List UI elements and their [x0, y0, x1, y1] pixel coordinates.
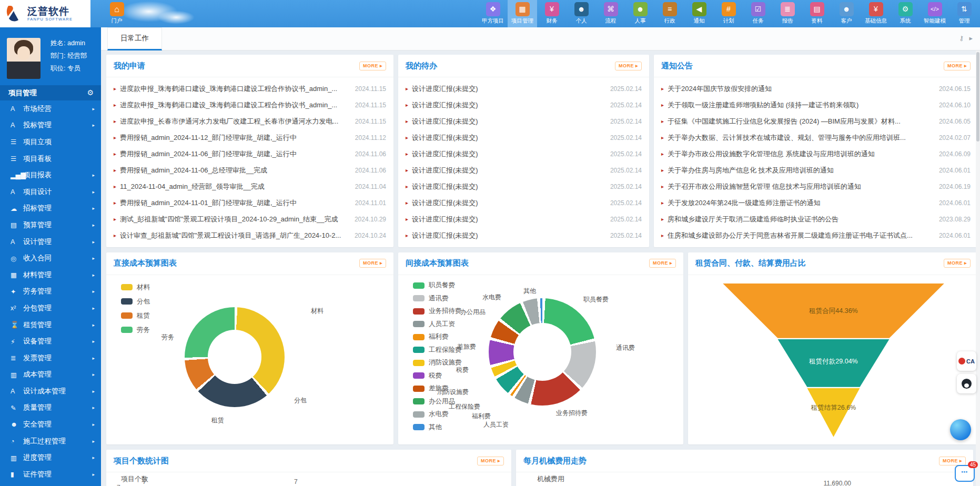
legend-item-职员餐费[interactable]: 职员餐费 — [413, 279, 462, 292]
list-item[interactable]: ▸设计进度汇报(未提交)2025.02.14 — [406, 113, 642, 129]
legend-item-分包[interactable]: 分包 — [121, 295, 150, 309]
legend-item-工程保险费[interactable]: 工程保险费 — [413, 343, 462, 357]
sidebar-item-招标管理[interactable]: ☁招标管理▸ — [0, 200, 101, 217]
gear-icon[interactable]: ⚙ — [87, 85, 94, 100]
sidebar-item-项目看板[interactable]: ☰项目看板 — [0, 150, 101, 167]
key-icon[interactable]: ⚷ — [959, 34, 964, 43]
sidebar-item-项目报表[interactable]: ▂▅▇项目报表▸ — [0, 167, 101, 184]
ca-certificate-widget[interactable]: CA — [957, 351, 976, 371]
assistant-button[interactable] — [950, 419, 971, 440]
list-item[interactable]: ▸进度款申报_珠海鹤港口建设_珠海鹤港口建设工程合作协议书_admin_...2… — [114, 80, 386, 97]
tab-daily-work[interactable]: 日常工作 — [107, 27, 162, 50]
nav-item-portal[interactable]: ⌂ 门户 — [102, 0, 132, 27]
more-button[interactable]: MORE ▸ — [477, 457, 504, 465]
sidebar-item-成本管理[interactable]: ▥成本管理▸ — [0, 367, 101, 383]
list-item[interactable]: ▸关于举办大数据、云计算技术在城市建设、规划、管理与服务中的应用培训班...20… — [661, 129, 971, 146]
list-item[interactable]: ▸11_2024-11-04_admin_经营部_领导审批__完成2024.11… — [114, 178, 386, 195]
legend-item-业务招待费[interactable]: 业务招待费 — [413, 305, 462, 318]
list-item[interactable]: ▸进度款申报_珠海鹤港口建设_珠海鹤港口建设工程合作协议书_admin_...2… — [114, 97, 386, 113]
sidebar-item-设计成本管理[interactable]: A设计成本管理▸ — [0, 383, 101, 400]
list-item[interactable]: ▸测试_彭祖新城"四馆"景观工程设计项目_2024-10-29_admin_结束… — [114, 211, 386, 227]
nav-item-report[interactable]: ≣报告 — [773, 0, 802, 27]
more-button[interactable]: MORE ▸ — [944, 62, 971, 70]
legend-item-租赁[interactable]: 租赁 — [121, 309, 150, 323]
list-item[interactable]: ▸设计进度汇报(未提交)2025.02.14 — [406, 97, 642, 113]
sidebar-section-header[interactable]: 项目管理 ⚙ — [0, 85, 101, 100]
sidebar-item-项目设计[interactable]: A项目设计▸ — [0, 184, 101, 200]
list-item[interactable]: ▸关于领取一级注册建造师增项贴的通知 (须持一建证书前来领取)2024.06.1… — [661, 97, 971, 113]
scrollbar-thumb[interactable] — [976, 52, 979, 141]
list-item[interactable]: ▸于征集《中国建筑施工行业信息化发展报告 (2024) —BIM应用与发展》材料… — [661, 113, 971, 129]
list-item[interactable]: ▸关于发放2024年第24批一级建造师注册证书的通知2024.06.01 — [661, 195, 971, 211]
nav-item-project-management[interactable]: ▦项目管理 — [508, 0, 537, 27]
list-item[interactable]: ▸进度款申报_长春市伊通河水力发电厂改建工程_长春市伊通河水力发电...2024… — [114, 113, 386, 129]
list-item[interactable]: ▸关于举办住房与房地产信息化 技术及应用培训班的通知2024.06.01 — [661, 162, 971, 178]
qq-contact-widget[interactable] — [957, 374, 976, 393]
list-item[interactable]: ▸关于举办市政公用设施数字化管理信息 系统建设与应用培训班的通知2024.06.… — [661, 146, 971, 162]
sidebar-item-劳务管理[interactable]: ✦劳务管理▸ — [0, 284, 101, 300]
list-item[interactable]: ▸费用报销_admin_2024-11-12_部门经理审批_胡建,_运行中202… — [114, 129, 386, 146]
list-item[interactable]: ▸费用报销_admin_2024-11-06_部门经理审批_胡建,_运行中202… — [114, 146, 386, 162]
list-item[interactable]: ▸设计进度汇报(未提交)2025.02.14 — [406, 80, 642, 97]
more-button[interactable]: MORE ▸ — [359, 62, 386, 70]
sidebar-item-市场经营[interactable]: A市场经营▸ — [0, 100, 101, 117]
nav-item-system[interactable]: ⚙系统 — [891, 0, 920, 27]
more-button[interactable]: MORE ▸ — [615, 62, 642, 70]
list-item[interactable]: ▸关于召开市政公用设施智慧化管理 信息技术与应用培训班的通知2024.06.19 — [661, 178, 971, 195]
sidebar-item-项目立项[interactable]: ☰项目立项 — [0, 134, 101, 150]
funnel-segment[interactable] — [723, 388, 944, 437]
nav-item-workflow[interactable]: ⌘流程 — [596, 0, 625, 27]
chat-widget[interactable]: ⋯ 45 — [955, 465, 975, 482]
sidebar-item-分包管理[interactable]: x²分包管理▸ — [0, 300, 101, 317]
list-item[interactable]: ▸关于2024年国庆节放假安排的通知2024.06.15 — [661, 80, 971, 97]
nav-item-manage[interactable]: ⇅管理 — [949, 0, 979, 27]
nav-item-document[interactable]: ▤资料 — [802, 0, 832, 27]
more-button[interactable]: MORE ▸ — [649, 259, 676, 268]
list-item[interactable]: ▸住房和城乡建设部办公厅关于同意吉林省开展二级建造师注册证书电子证书试点...2… — [661, 227, 971, 244]
nav-item-customer[interactable]: ☻客户 — [832, 0, 861, 27]
list-item[interactable]: ▸设计进度汇报(未提交)2025.02.14 — [406, 129, 642, 146]
list-item[interactable]: ▸设计进度汇报(未提交)2025.02.14 — [406, 211, 642, 227]
nav-item-finance[interactable]: ¥财务 — [537, 0, 567, 27]
sidebar-item-设计管理[interactable]: A设计管理▸ — [0, 234, 101, 250]
sidebar-item-进度管理[interactable]: ▥进度管理▸ — [0, 449, 101, 466]
list-item[interactable]: ▸设计进度汇报(未提交)2025.02.14 — [406, 195, 642, 211]
list-item[interactable]: ▸设计审查_彭祖新城"四馆"景观工程设计项目_请选择_胡广生_2024-10-2… — [114, 227, 386, 244]
nav-item-owner-project[interactable]: ❖甲方项目 — [478, 0, 508, 27]
legend-item-其他[interactable]: 其他 — [413, 421, 462, 434]
nav-item-plan[interactable]: #计划 — [714, 0, 743, 27]
list-item[interactable]: ▸设计进度汇报(未提交)2025.02.14 — [406, 162, 642, 178]
sidebar-item-材料管理[interactable]: ▦材料管理▸ — [0, 267, 101, 284]
sidebar-item-安全管理[interactable]: ☻安全管理▸ — [0, 416, 101, 433]
nav-item-personal[interactable]: ☻个人 — [567, 0, 596, 27]
more-button[interactable]: MORE ▸ — [944, 259, 971, 268]
legend-item-劳务[interactable]: 劳务 — [121, 323, 150, 337]
sidebar-item-设备管理[interactable]: ⚡设备管理▸ — [0, 333, 101, 350]
list-item[interactable]: ▸设计进度汇报(未提交)2025.02.14 — [406, 178, 642, 195]
more-button[interactable]: MORE ▸ — [359, 259, 386, 268]
legend-item-通讯费[interactable]: 通讯费 — [413, 292, 462, 305]
sidebar-item-预算管理[interactable]: ▤预算管理▸ — [0, 217, 101, 234]
user-avatar[interactable] — [7, 38, 41, 79]
list-item[interactable]: ▸设计进度汇报(未提交)2025.02.14 — [406, 227, 642, 244]
nav-item-task[interactable]: ☑任务 — [743, 0, 773, 27]
sidebar-item-收入合同[interactable]: ◎收入合同▸ — [0, 250, 101, 267]
sidebar-item-租赁管理[interactable]: ⌛租赁管理▸ — [0, 317, 101, 333]
nav-item-hr[interactable]: ☻人事 — [625, 0, 655, 27]
more-button[interactable]: MORE ▸ — [939, 457, 966, 465]
nav-item-administration[interactable]: ≡行政 — [655, 0, 684, 27]
list-item[interactable]: ▸设计进度汇报(未提交)2025.02.14 — [406, 146, 642, 162]
sidebar-item-证件管理[interactable]: ▮证件管理▸ — [0, 466, 101, 483]
nav-item-base-info[interactable]: ¥基础信息 — [861, 0, 891, 27]
legend-item-材料[interactable]: 材料 — [121, 280, 150, 295]
nav-item-smart-modeling[interactable]: </>智能建模 — [920, 0, 949, 27]
legend-item-福利费[interactable]: 福利费 — [413, 331, 462, 344]
legend-item-消防设施费[interactable]: 消防设施费 — [413, 357, 462, 370]
sidebar-item-质量管理[interactable]: ✎质量管理▸ — [0, 400, 101, 417]
sidebar-item-发票管理[interactable]: ≣发票管理▸ — [0, 350, 101, 367]
legend-item-人员工资[interactable]: 人员工资 — [413, 318, 462, 331]
sidebar-item-投标管理[interactable]: A投标管理▸ — [0, 117, 101, 134]
sidebar-item-施工过程管理[interactable]: ◔施工过程管理▸ — [0, 433, 101, 450]
expand-icon[interactable]: ▸ — [969, 34, 973, 43]
nav-item-notification[interactable]: ◀通知 — [684, 0, 714, 27]
